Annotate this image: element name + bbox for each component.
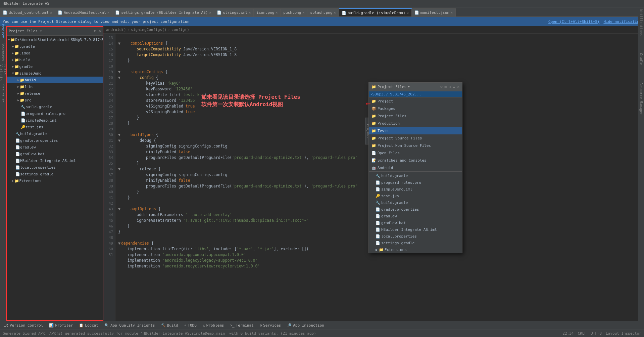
tree-item-extensions[interactable]: ▶ 📁 Extensions — [7, 177, 103, 184]
bottom-tab-services[interactable]: ⚙ Services — [257, 322, 284, 329]
bottom-tab-problems[interactable]: ⚠ Problems — [200, 322, 227, 329]
tree-item-build[interactable]: ▶ 📁 build — [7, 56, 103, 63]
dropdown-item-android[interactable]: 🤖 Android — [369, 164, 462, 171]
dtree-settings-gradle[interactable]: 📄 settings.gradle — [369, 240, 462, 246]
dropdown-expand-icon[interactable]: ⊞ — [445, 85, 447, 89]
collapse-all-icon[interactable]: ⊟ — [94, 29, 97, 33]
tree-item-release[interactable]: ▶ 📁 release — [7, 90, 103, 97]
dropdown-item-project-files[interactable]: 📁 Project Files — [369, 112, 462, 120]
tab-close[interactable]: ✕ — [302, 11, 304, 14]
dropdown-item-label: Packages — [378, 107, 395, 111]
tab-close[interactable]: ✕ — [451, 11, 453, 14]
dropdown-item-open-files[interactable]: 📄 Open Files — [369, 149, 462, 157]
sidebar-icon-project[interactable]: Project — [0, 28, 6, 34]
breadcrumb-config[interactable]: config() — [171, 28, 189, 32]
status-line-col: 22:34 — [562, 331, 574, 336]
dtree-simpledemo-iml[interactable]: 📄 simpleDemo.iml — [369, 186, 462, 193]
tab-close[interactable]: ✕ — [276, 11, 278, 14]
dropdown-item-production[interactable]: 📁 Production — [369, 120, 462, 127]
tree-item-local-properties[interactable]: 📄 local.properties — [7, 164, 103, 171]
gradle-label[interactable]: Gradle — [639, 51, 644, 67]
tree-item-settings-gradle[interactable]: 📄 settings.gradle — [7, 171, 103, 177]
tab-close[interactable]: ✕ — [50, 11, 52, 14]
sidebar-icon-structure[interactable]: Structure — [0, 90, 6, 97]
tree-item-gradle[interactable]: ▶ 📁 .gradle — [7, 43, 103, 50]
sidebar-icon-bookmarks[interactable]: Bookmarks — [0, 48, 6, 55]
dropdown-item-packages[interactable]: 📦 Packages — [369, 105, 462, 112]
notifications-label[interactable]: Notifications — [639, 7, 644, 38]
tab-dcloud-control[interactable]: 📄 dcloud_control.xml ✕ — [0, 8, 55, 16]
dropdown-item-project-non-source[interactable]: 📁 Project Non-Source Files — [369, 142, 462, 149]
tree-item-gradle-properties[interactable]: 📄 gradle.properties — [7, 137, 103, 144]
tab-close[interactable]: ✕ — [249, 11, 251, 14]
tab-icon-png[interactable]: icon.png ✕ — [254, 8, 281, 16]
tab-androidmanifest[interactable]: 📄 AndroidManifest.xml ✕ — [55, 8, 112, 16]
tab-close[interactable]: ✕ — [209, 11, 211, 14]
settings-icon[interactable]: ⚙ — [98, 29, 101, 33]
tree-item-build-gradle-sub[interactable]: 🔧 build.gradle — [7, 103, 103, 110]
tree-item-root-build-gradle[interactable]: 🔧 build.gradle — [7, 130, 103, 137]
tab-splash-png[interactable]: splash.png ✕ — [307, 8, 339, 16]
dtree-proguard[interactable]: 📄 proguard-rules.pro — [369, 179, 462, 186]
bottom-tab-build[interactable]: 🔨 Build — [158, 322, 181, 329]
dropdown-item-scratches[interactable]: 📝 Scratches and Consoles — [369, 157, 462, 164]
dropdown-collapse-icon[interactable]: ⊟ — [449, 85, 451, 89]
resource-manager-label[interactable]: Resource Manager — [639, 81, 644, 117]
tree-item-simpledemo-iml[interactable]: 📄 simpleDemo.iml — [7, 117, 103, 124]
tree-item-simpledemo[interactable]: ▼ 📁 simpleDemo — [7, 70, 103, 77]
dtree-gradlew[interactable]: 📄 gradlew — [369, 213, 462, 219]
tab-build-gradle[interactable]: 📄 build.gradle (:simpleDemo) ✕ — [339, 8, 412, 16]
tree-item-proguard[interactable]: 📄 proguard-rules.pro — [7, 110, 103, 117]
tree-item-libs[interactable]: ▶ 📁 libs — [7, 83, 103, 90]
tree-item-hbuilder-iml[interactable]: 📄 HBuilder-Integrate-AS.iml — [7, 157, 103, 164]
dropdown-item-project[interactable]: 📁 Project — [369, 97, 462, 105]
breadcrumb-signingconfigs[interactable]: signingConfigs() — [131, 28, 166, 32]
dtree-testjks[interactable]: 🔑 test.jks — [369, 193, 462, 199]
tab-close[interactable]: ✕ — [334, 11, 336, 14]
breadcrumb-android[interactable]: android() — [106, 28, 126, 32]
dropdown-chevron[interactable]: ▾ — [408, 85, 410, 89]
tree-item-gradle-folder[interactable]: ▶ 📁 gradle — [7, 63, 103, 70]
sidebar-icon-build-variants[interactable]: Build Variants — [0, 69, 6, 76]
dtree-local-properties[interactable]: 📄 local.properties — [369, 233, 462, 240]
tree-item-idea[interactable]: ▶ 📁 .idea — [7, 50, 103, 56]
bottom-tab-todo[interactable]: ✓ TODO — [182, 322, 199, 329]
tab-push-png[interactable]: push.png ✕ — [281, 8, 307, 16]
bottom-tab-version-control[interactable]: ⎇ Version Control — [1, 322, 46, 329]
tree-item-testjks[interactable]: 🔑 test.jks — [7, 124, 103, 130]
tree-item-simpledemo-build[interactable]: ▶ 📁 build — [7, 77, 103, 83]
bottom-tab-label: Logcat — [85, 323, 98, 328]
dtree-hbuilder-iml[interactable]: 📄 HBuilder-Integrate-AS.iml — [369, 226, 462, 233]
tab-manifest-json[interactable]: 📄 manifest.json ✕ — [412, 8, 456, 16]
bottom-tab-app-quality[interactable]: 🔍 App Quality Insights — [102, 322, 157, 329]
bottom-tab-logcat[interactable]: 📋 Logcat — [76, 322, 101, 329]
bottom-tab-terminal[interactable]: >_ Terminal — [227, 322, 256, 329]
notification-hide-link[interactable]: Hide notification — [603, 19, 641, 24]
bottom-tab-app-inspection[interactable]: 🔎 App Inspection — [284, 322, 327, 329]
dtree-root-build-gradle[interactable]: 🔧 build.gradle — [369, 199, 462, 206]
dtree-extensions[interactable]: ▶ 📁 Extensions — [369, 246, 462, 253]
dtree-gradlew-bat[interactable]: 📄 gradlew.bat — [369, 219, 462, 226]
layout-inspector-label[interactable]: Layout Inspector — [606, 331, 641, 336]
dropdown-item-label: Production — [378, 121, 400, 126]
tree-root[interactable]: ▼ 📁 D:\AndroidStudio\Android-SDK@3.7.9.8… — [7, 36, 103, 43]
dropdown-item-label: Tests — [378, 129, 389, 133]
notification-open-link[interactable]: Open (Ctrl+Alt+Shift+S) — [548, 19, 599, 24]
dtree-gradle-properties[interactable]: 📄 gradle.properties — [369, 206, 462, 213]
dropdown-close-icon[interactable]: ✕ — [457, 85, 459, 89]
dropdown-settings-icon[interactable]: ⚙ — [440, 85, 443, 89]
tab-strings[interactable]: 📄 strings.xml ✕ — [214, 8, 254, 16]
tab-settings-gradle[interactable]: 📄 settings.gradle (HBuilder-Integrate-AS… — [112, 8, 214, 16]
bottom-tab-profiler[interactable]: 📊 Profiler — [46, 322, 76, 329]
tab-close[interactable]: ✕ — [407, 11, 409, 15]
dropdown-title-text: Project Files — [378, 85, 406, 89]
tab-close[interactable]: ✕ — [107, 11, 109, 14]
dropdown-gear-icon[interactable]: ≡ — [453, 85, 455, 89]
tree-item-gradlew[interactable]: 📄 gradlew — [7, 144, 103, 151]
tab-label: push.png — [283, 10, 301, 15]
tree-item-gradlew-bat[interactable]: 📄 gradlew.bat — [7, 151, 103, 157]
tree-item-src[interactable]: ▶ 📁 src — [7, 97, 103, 103]
dropdown-item-tests[interactable]: 📁 Tests — [369, 127, 462, 134]
dropdown-item-project-source[interactable]: 📁 Project Source Files — [369, 134, 462, 142]
dtree-build-gradle[interactable]: 🔧 build.gradle — [369, 172, 462, 179]
